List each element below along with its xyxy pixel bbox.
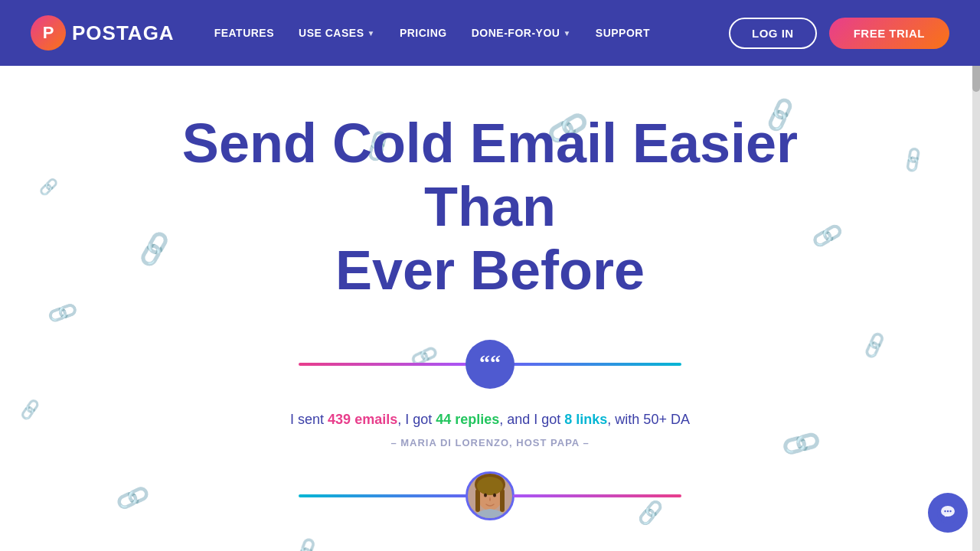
replies-count: 44 replies — [436, 412, 499, 427]
svg-point-11 — [949, 510, 951, 512]
svg-point-10 — [947, 510, 949, 512]
svg-rect-3 — [500, 489, 505, 512]
bg-link-icon-4: 🔗 — [39, 178, 58, 196]
nav-done-for-you[interactable]: DONE-FOR-YOU ▼ — [462, 21, 580, 45]
avatar-line-left — [299, 494, 467, 497]
scrollbar[interactable] — [972, 0, 980, 551]
nav-use-cases[interactable]: USE CASES ▼ — [289, 21, 384, 45]
emails-count: 439 emails — [328, 412, 397, 427]
login-button[interactable]: LOG IN — [729, 18, 817, 49]
avatar-image — [468, 474, 512, 518]
chat-icon — [937, 502, 959, 523]
links-count: 8 links — [564, 412, 607, 427]
svg-point-6 — [493, 494, 496, 497]
navbar-left: P POSTAGA FEATURES USE CASES ▼ PRICING D… — [31, 15, 659, 51]
chat-widget[interactable] — [928, 493, 968, 533]
bg-link-icon-6: 🔗 — [45, 295, 80, 330]
quote-icon: ““ — [466, 340, 514, 389]
svg-point-9 — [944, 510, 946, 512]
testimonial-text: I sent 439 emails, I got 44 replies, and… — [290, 412, 690, 428]
logo-text: POSTAGA — [72, 21, 175, 45]
done-for-you-chevron-icon: ▼ — [563, 29, 570, 37]
use-cases-chevron-icon: ▼ — [367, 29, 374, 37]
bg-link-icon-12: 🔗 — [779, 422, 825, 467]
divider-line-right — [513, 363, 681, 366]
avatar — [466, 471, 514, 520]
testimonial-author: – MARIA DI LORENZO, HOST PAPA – — [390, 437, 589, 448]
hero-section: 🔗 🔗 🔗 🔗 🔗 🔗 🔗 🔗 🔗 🔗 🔗 🔗 🔗 🔗 🔗 🔗 Send Col… — [0, 66, 980, 551]
nav-links: FEATURES USE CASES ▼ PRICING DONE-FOR-YO… — [205, 21, 659, 45]
navbar-right: LOG IN FREE TRIAL — [729, 18, 949, 49]
bg-link-icon-9: 🔗 — [290, 536, 322, 551]
avatar-divider — [299, 471, 681, 520]
bg-link-icon-7: 🔗 — [18, 399, 42, 422]
hero-title: Send Cold Email Easier Than Ever Before — [145, 112, 835, 302]
free-trial-button[interactable]: FREE TRIAL — [829, 18, 949, 49]
avatar-line-right — [513, 494, 681, 497]
svg-point-4 — [477, 477, 503, 495]
nav-support[interactable]: SUPPORT — [586, 21, 659, 45]
bg-link-icon-15: 🔗 — [897, 145, 929, 175]
logo[interactable]: P POSTAGA — [31, 15, 175, 51]
svg-rect-2 — [475, 489, 480, 512]
nav-features[interactable]: FEATURES — [205, 21, 283, 45]
bg-link-icon-13: 🔗 — [859, 330, 890, 360]
svg-point-5 — [484, 494, 487, 497]
divider-line-left — [299, 363, 467, 366]
quote-divider: ““ — [299, 340, 681, 389]
logo-icon: P — [31, 15, 66, 51]
bg-link-icon-8: 🔗 — [113, 480, 152, 517]
nav-pricing[interactable]: PRICING — [390, 21, 456, 45]
navbar: P POSTAGA FEATURES USE CASES ▼ PRICING D… — [0, 0, 980, 66]
